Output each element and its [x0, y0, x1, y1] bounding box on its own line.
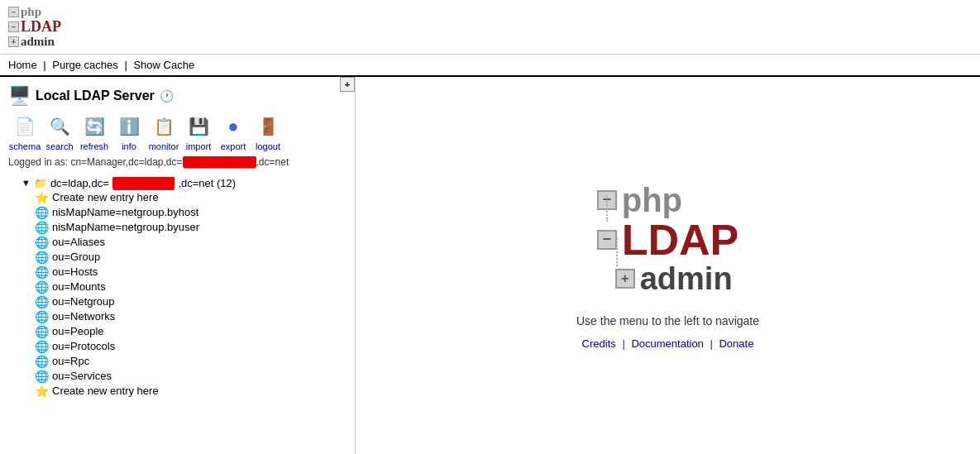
logo-big-ldap: LDAP	[622, 218, 739, 261]
pipe-2: |	[710, 337, 715, 350]
globe-icon-3: 🌐	[35, 236, 49, 249]
documentation-link[interactable]: Documentation	[631, 337, 703, 350]
nav-sep-2: |	[124, 59, 130, 71]
nismap-byhost-label: nisMapName=netgroup.byhost	[52, 206, 198, 218]
ou-people-label: ou=People	[52, 325, 104, 337]
tree-root-icon: 📁	[34, 177, 47, 189]
tree-ou-protocols[interactable]: 🌐 ou=Protocols	[8, 339, 347, 354]
logout-label: logout	[256, 141, 280, 151]
logo-minus-icon: −	[8, 7, 19, 17]
toolbar-monitor[interactable]: 📋 monitor	[147, 113, 180, 151]
toolbar-export[interactable]: ● export	[217, 113, 250, 151]
monitor-icon: 📋	[151, 113, 177, 140]
globe-icon-12: 🌐	[35, 370, 49, 383]
nav-purge-caches[interactable]: Purge caches	[52, 59, 118, 71]
create-bottom-label: Create new entry here	[52, 385, 159, 397]
ou-aliases-label: ou=Aliases	[52, 236, 105, 248]
ou-netgroup-label: ou=Netgroup	[52, 295, 115, 308]
tree-nismap-byhost[interactable]: 🌐 nisMapName=netgroup.byhost	[8, 205, 347, 220]
ou-rpc-label: ou=Rpc	[52, 355, 89, 367]
navbar: Home | Purge caches | Show Cache	[0, 55, 980, 77]
import-icon: 💾	[185, 113, 212, 140]
toolbar-info[interactable]: ℹ️ info	[112, 113, 146, 151]
tagline: Use the menu to the left to navigate	[576, 314, 759, 327]
nav-home[interactable]: Home	[8, 59, 37, 71]
tree-nismap-byuser[interactable]: 🌐 nisMapName=netgroup.byuser	[8, 220, 347, 235]
server-computer-icon: 🖥️	[8, 85, 31, 107]
monitor-label: monitor	[149, 141, 179, 151]
tree-ou-hosts[interactable]: 🌐 ou=Hosts	[8, 265, 347, 280]
credits-link[interactable]: Credits	[582, 337, 616, 350]
tree-create-bottom[interactable]: ⭐ Create new entry here	[8, 384, 347, 399]
tree: ▼ 📁 dc=ldap,dc=████████,dc=net (12) ⭐ Cr…	[0, 173, 355, 402]
logged-in-suffix: ,dc=net	[256, 156, 289, 168]
tree-root-label: dc=ldap,dc=	[50, 177, 109, 189]
ou-mounts-label: ou=Mounts	[52, 280, 106, 293]
tree-ou-aliases[interactable]: 🌐 ou=Aliases	[8, 235, 347, 250]
logo-ldap: LDAP	[21, 19, 61, 36]
toolbar-search[interactable]: 🔍 search	[43, 113, 76, 151]
globe-icon-11: 🌐	[35, 355, 49, 368]
globe-icon-6: 🌐	[35, 280, 49, 294]
globe-icon-5: 🌐	[35, 265, 49, 279]
search-label: search	[45, 141, 73, 151]
tree-ou-mounts[interactable]: 🌐 ou=Mounts	[8, 280, 347, 294]
tree-ou-rpc[interactable]: 🌐 ou=Rpc	[8, 354, 347, 369]
expand-button[interactable]: +	[340, 77, 355, 92]
export-label: export	[221, 141, 246, 151]
logo-row-admin: + admin	[597, 263, 733, 294]
left-panel: + 🖥️ Local LDAP Server 🕐 📄 schema 🔍 sear…	[0, 77, 356, 454]
tree-create-top[interactable]: ⭐ Create new entry here	[8, 190, 347, 205]
ou-protocols-label: ou=Protocols	[52, 340, 115, 352]
tree-ou-services[interactable]: 🌐 ou=Services	[8, 369, 347, 384]
dotted-line-2	[616, 238, 618, 266]
footer-links: Credits | Documentation | Donate	[582, 337, 754, 350]
star-icon-2: ⭐	[35, 385, 49, 398]
globe-icon-9: 🌐	[35, 325, 49, 338]
search-icon: 🔍	[46, 113, 73, 140]
globe-icon-8: 🌐	[35, 310, 49, 323]
tree-ou-people[interactable]: 🌐 ou=People	[8, 324, 347, 339]
schema-icon: 📄	[12, 113, 38, 140]
export-icon: ●	[220, 113, 246, 140]
toolbar-refresh[interactable]: 🔄 refresh	[78, 113, 111, 151]
globe-icon-10: 🌐	[35, 340, 49, 353]
logo-minus2-icon: −	[8, 22, 19, 32]
logged-in-text: Logged in as: cn=Manager,dc=ldap,dc=	[8, 156, 183, 168]
donate-link[interactable]: Donate	[719, 337, 753, 350]
info-icon: ℹ️	[116, 113, 142, 140]
tree-ou-networks[interactable]: 🌐 ou=Networks	[8, 309, 347, 324]
logo-admin: admin	[21, 35, 55, 49]
star-icon: ⭐	[35, 191, 49, 204]
refresh-label: refresh	[80, 141, 108, 151]
globe-icon-4: 🌐	[35, 251, 49, 264]
toolbar-logout[interactable]: 🚪 logout	[251, 113, 284, 151]
logo-row-ldap: − LDAP	[597, 218, 739, 261]
tree-root-suffix: ,dc=net (12)	[178, 177, 236, 189]
clock-icon[interactable]: 🕐	[160, 89, 174, 103]
nav-sep-1: |	[43, 59, 49, 71]
tree-ou-group[interactable]: 🌐 ou=Group	[8, 250, 347, 265]
tree-root-redacted: ████████	[112, 177, 175, 189]
logo: − php − LDAP + admin	[8, 5, 61, 49]
create-top-label: Create new entry here	[52, 191, 159, 203]
globe-icon-2: 🌐	[35, 221, 49, 234]
toolbar-import[interactable]: 💾 import	[182, 113, 215, 151]
pipe-1: |	[622, 337, 628, 350]
toolbar-schema[interactable]: 📄 schema	[8, 113, 41, 151]
ou-hosts-label: ou=Hosts	[52, 265, 98, 278]
logged-in-redacted: ██████████	[183, 156, 256, 168]
globe-icon-7: 🌐	[35, 295, 49, 308]
ou-networks-label: ou=Networks	[52, 310, 115, 323]
logo-big-plus-icon: +	[615, 269, 635, 289]
toolbar: 📄 schema 🔍 search 🔄 refresh ℹ️ info 📋 mo…	[0, 110, 355, 155]
server-header: 🖥️ Local LDAP Server 🕐	[0, 80, 355, 110]
logo-row-php: − php	[597, 184, 682, 217]
tree-root[interactable]: ▼ 📁 dc=ldap,dc=████████,dc=net (12)	[8, 176, 347, 190]
right-panel: − php − LDAP + admin Use the menu to the…	[356, 77, 980, 454]
nav-show-cache[interactable]: Show Cache	[133, 59, 194, 71]
tree-ou-netgroup[interactable]: 🌐 ou=Netgroup	[8, 294, 347, 309]
logo-big-minus2-icon: −	[597, 230, 617, 250]
ou-group-label: ou=Group	[52, 251, 100, 263]
logout-icon: 🚪	[255, 113, 281, 140]
